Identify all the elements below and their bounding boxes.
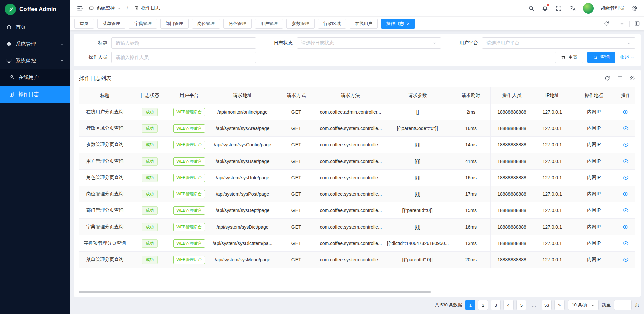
cell-duration: 16ms — [451, 219, 491, 235]
view-detail-eye-icon[interactable] — [623, 158, 629, 164]
cell-url: /api/monitor/online/page — [209, 104, 276, 120]
cell-operator: 18888888888 — [491, 252, 533, 268]
logo[interactable]: Coffee Admin — [0, 0, 70, 19]
page-button[interactable]: 2 — [478, 300, 488, 310]
top-header: 系统监控 / 操作日志 超级管理员 — [70, 0, 644, 16]
sidebar-item-system-monitor[interactable]: 系统监控 — [0, 52, 70, 69]
tab-label: 用户管理 — [260, 21, 278, 27]
column-header: 请求参数 — [384, 87, 451, 104]
platform-tag: WEB管理后台 — [173, 190, 205, 198]
sidebar-collapse-icon[interactable] — [76, 5, 83, 12]
cell-url: /api/system/sysArea/page — [209, 120, 276, 137]
page-button[interactable]: 53 — [542, 300, 552, 310]
reset-button[interactable]: 重置 — [555, 52, 583, 63]
tab-label: 部门管理 — [166, 21, 183, 27]
cell-status: 成功 — [130, 137, 169, 153]
fullscreen-icon[interactable] — [555, 5, 562, 12]
cell-func: com.coffee.system.controlle... — [317, 202, 384, 219]
view-detail-eye-icon[interactable] — [623, 257, 629, 263]
app-title: Coffee Admin — [19, 6, 56, 13]
field-label: 标题 — [79, 40, 111, 46]
user-platform-select[interactable]: 请选择用户平台 — [482, 37, 635, 49]
breadcrumb-item-operation-log[interactable]: 操作日志 — [133, 5, 160, 11]
refresh-icon[interactable] — [604, 75, 610, 81]
cell-operator: 18888888888 — [491, 104, 533, 120]
view-detail-eye-icon[interactable] — [623, 191, 629, 197]
view-detail-eye-icon[interactable] — [623, 175, 629, 181]
page-button[interactable]: 4 — [503, 300, 514, 310]
user-name[interactable]: 超级管理员 — [601, 5, 624, 11]
sidebar-item-label: 在线用户 — [18, 74, 39, 81]
log-status-select[interactable]: 请选择日志状态 — [297, 37, 441, 49]
divider — [629, 21, 630, 27]
sidebar-item-system-management[interactable]: 系统管理 — [0, 36, 70, 52]
sidebar-item-label: 首页 — [16, 24, 26, 30]
total-count: 共 530 条数据 — [435, 302, 462, 308]
density-icon[interactable] — [617, 75, 623, 81]
page-button[interactable]: 5 — [516, 300, 526, 310]
view-detail-eye-icon[interactable] — [623, 240, 629, 246]
sidebar-item-home[interactable]: 首页 — [0, 19, 70, 36]
tab-close-icon[interactable]: × — [407, 21, 410, 26]
tab-item[interactable]: 菜单管理 — [97, 19, 125, 29]
chevron-up-icon — [630, 55, 635, 60]
column-settings-icon[interactable] — [629, 75, 635, 81]
bell-icon[interactable] — [542, 5, 548, 12]
sidebar-item-online-users[interactable]: 在线用户 — [0, 69, 70, 86]
view-detail-eye-icon[interactable] — [623, 125, 629, 131]
column-header: 标题 — [79, 87, 130, 104]
operator-input[interactable] — [111, 52, 256, 63]
view-detail-eye-icon[interactable] — [623, 224, 629, 230]
tab-item[interactable]: 岗位管理 — [192, 19, 220, 29]
cell-status: 成功 — [130, 120, 169, 137]
filter-field-user-platform: 用户平台 请选择用户平台 — [450, 37, 635, 49]
platform-tag: WEB管理后台 — [173, 174, 205, 182]
column-header: 操作人员 — [491, 87, 533, 104]
layout-toggle-icon[interactable] — [634, 21, 640, 26]
tab-item[interactable]: 操作日志× — [381, 19, 415, 29]
page-button[interactable]: 3 — [491, 300, 501, 310]
tab-item[interactable]: 参数管理 — [286, 19, 315, 29]
tab-item[interactable]: 字典管理 — [129, 19, 157, 29]
view-detail-eye-icon[interactable] — [623, 109, 629, 115]
cell-status: 成功 — [130, 170, 169, 186]
sidebar-item-operation-log[interactable]: 操作日志 — [0, 86, 70, 103]
view-detail-eye-icon[interactable] — [623, 142, 629, 148]
horizontal-scrollbar[interactable] — [79, 291, 431, 293]
title-input[interactable] — [111, 37, 256, 49]
search-button[interactable]: 查询 — [587, 52, 615, 63]
tab-item[interactable]: 在线用户 — [350, 19, 378, 29]
cell-ip: 127.0.0.1 — [533, 186, 572, 202]
translate-icon[interactable] — [569, 5, 576, 12]
tab-item[interactable]: 角色管理 — [223, 19, 252, 29]
reset-label: 重置 — [568, 54, 578, 60]
tab-label: 菜单管理 — [103, 21, 120, 27]
cell-url: /api/system/sysDictItem/pa... — [209, 235, 276, 252]
jump-page-input[interactable] — [614, 300, 632, 310]
cell-platform: WEB管理后台 — [169, 186, 209, 202]
cell-ip: 127.0.0.1 — [533, 153, 572, 170]
cell-duration: 16ms — [451, 170, 491, 186]
status-badge: 成功 — [142, 239, 158, 248]
table-body: 在线用户分页查询成功WEB管理后台/api/monitor/online/pag… — [79, 104, 635, 268]
cell-location: 内网IP — [572, 120, 616, 137]
collapse-filter-link[interactable]: 收起 — [620, 54, 635, 60]
next-page-button[interactable]: > — [554, 300, 565, 310]
cell-ip: 127.0.0.1 — [533, 170, 572, 186]
page-size-select[interactable]: 10 条/页 — [568, 300, 599, 310]
tab-item[interactable]: 部门管理 — [160, 19, 189, 29]
tab-item[interactable]: 行政区域 — [318, 19, 346, 29]
view-detail-eye-icon[interactable] — [623, 207, 629, 213]
field-label: 用户平台 — [450, 40, 482, 46]
breadcrumb-item-monitor[interactable]: 系统监控 — [89, 5, 121, 11]
refresh-icon[interactable] — [604, 21, 609, 26]
search-icon[interactable] — [528, 5, 535, 12]
page-button[interactable]: 1 — [465, 300, 475, 310]
tab-item[interactable]: 首页 — [74, 19, 94, 29]
settings-icon[interactable] — [631, 5, 638, 12]
tab-item[interactable]: 用户管理 — [255, 19, 283, 29]
field-label: 操作人员 — [79, 54, 111, 60]
cell-platform: WEB管理后台 — [169, 104, 209, 120]
avatar[interactable] — [583, 3, 594, 14]
chevron-down-icon[interactable] — [619, 21, 625, 26]
